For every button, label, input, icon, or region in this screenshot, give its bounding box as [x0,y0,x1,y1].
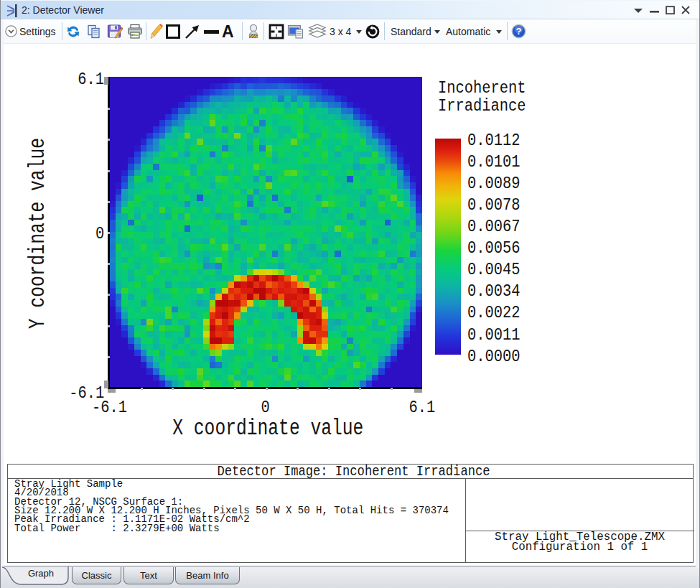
svg-text:?: ? [516,27,522,37]
